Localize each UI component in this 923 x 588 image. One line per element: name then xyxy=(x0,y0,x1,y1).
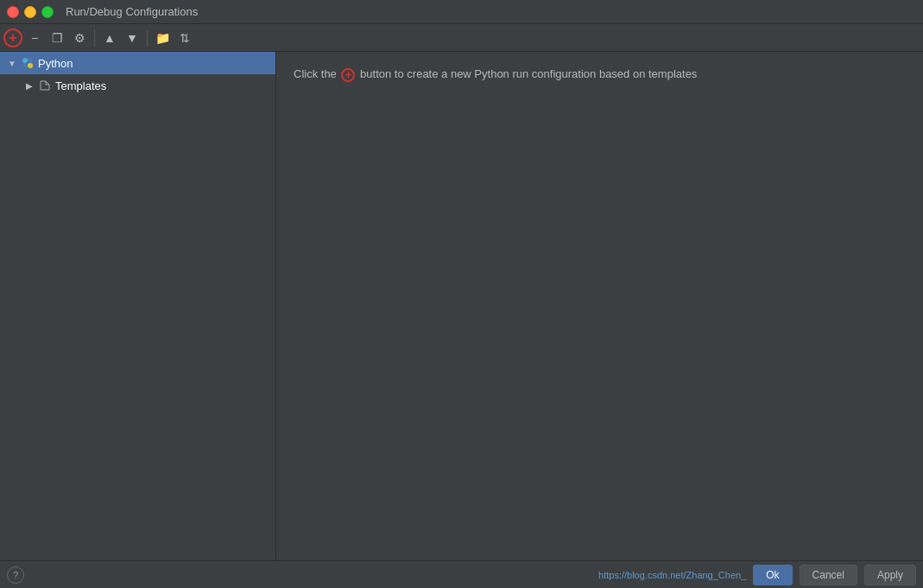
svg-point-1 xyxy=(28,63,33,68)
folder-icon: 📁 xyxy=(155,31,170,45)
python-expand-arrow[interactable] xyxy=(7,58,17,68)
remove-button[interactable]: − xyxy=(24,28,45,48)
help-icon: ? xyxy=(13,570,18,580)
bottom-left: ? xyxy=(7,566,24,584)
toolbar: − ❐ ⚙ ▲ ▼ 📁 ⇅ xyxy=(0,24,923,52)
settings-button[interactable]: ⚙ xyxy=(69,28,90,48)
hint-text-after: button to create a new Python run config… xyxy=(360,67,697,80)
left-panel: Python Templates xyxy=(0,52,276,560)
down-button[interactable]: ▼ xyxy=(122,28,142,48)
cancel-button[interactable]: Cancel xyxy=(800,565,857,585)
tree-item-python[interactable]: Python xyxy=(0,52,275,74)
right-panel: Click the + button to create a new Pytho… xyxy=(276,52,923,560)
hint-text-before: Click the xyxy=(294,67,337,80)
separator-2 xyxy=(147,29,148,47)
copy-button[interactable]: ❐ xyxy=(47,28,67,48)
ok-button[interactable]: Ok xyxy=(753,565,792,585)
sort-button[interactable]: ⇅ xyxy=(174,28,195,48)
sort-icon: ⇅ xyxy=(180,31,190,45)
down-arrow-icon: ▼ xyxy=(126,31,138,45)
main-content: Python Templates Click the + button to c… xyxy=(0,52,923,560)
tree-item-templates[interactable]: Templates xyxy=(0,74,275,97)
templates-label: Templates xyxy=(55,79,106,92)
remove-icon: − xyxy=(31,31,38,45)
folder-button[interactable]: 📁 xyxy=(152,28,173,48)
python-icon xyxy=(21,56,35,70)
maximize-button[interactable] xyxy=(41,6,54,18)
help-button[interactable]: ? xyxy=(7,566,24,584)
up-button[interactable]: ▲ xyxy=(99,28,120,48)
python-label: Python xyxy=(38,57,73,70)
window-controls xyxy=(7,6,54,18)
minimize-button[interactable] xyxy=(24,6,36,18)
window-title: Run/Debug Configurations xyxy=(66,5,198,18)
svg-point-0 xyxy=(22,58,28,63)
watermark-link[interactable]: https://blog.csdn.net/Zhang_Chen_ xyxy=(598,570,746,580)
gear-icon: ⚙ xyxy=(74,31,85,45)
separator-1 xyxy=(94,29,95,47)
bottom-right: https://blog.csdn.net/Zhang_Chen_ Ok Can… xyxy=(598,565,916,585)
template-icon xyxy=(38,79,52,92)
hint-text: Click the + button to create a new Pytho… xyxy=(294,66,697,83)
up-arrow-icon: ▲ xyxy=(104,31,116,45)
templates-expand-arrow[interactable] xyxy=(24,80,35,91)
apply-button[interactable]: Apply xyxy=(864,565,916,585)
bottom-bar: ? https://blog.csdn.net/Zhang_Chen_ Ok C… xyxy=(0,560,923,588)
title-bar: Run/Debug Configurations xyxy=(0,0,923,24)
copy-icon: ❐ xyxy=(52,31,63,45)
add-button[interactable] xyxy=(3,28,22,47)
close-button[interactable] xyxy=(7,6,19,18)
hint-plus-symbol: + xyxy=(341,68,355,82)
